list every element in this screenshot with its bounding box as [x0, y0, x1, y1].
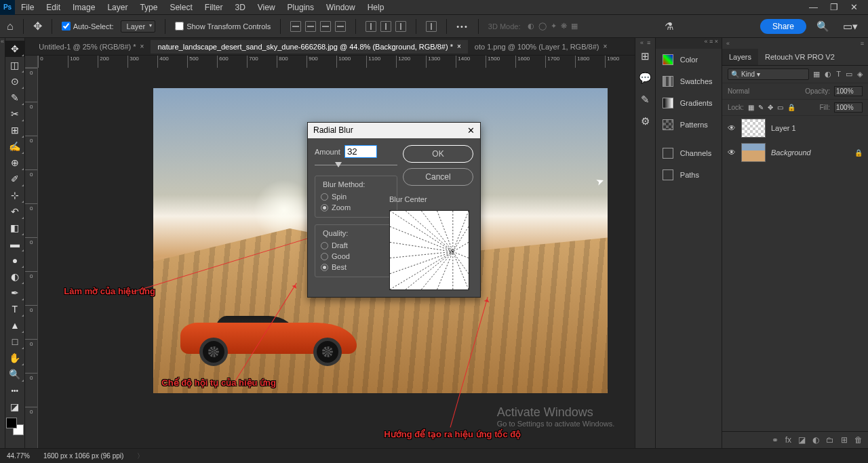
brush-tool[interactable]: ✐	[5, 171, 24, 187]
properties-icon[interactable]: ⊞	[641, 50, 650, 62]
color-swatches[interactable]	[6, 418, 24, 435]
tab-2[interactable]: oto 1.png @ 100% (Layer 1, RGB/8#)×	[468, 40, 614, 54]
healing-tool[interactable]: ⊕	[5, 155, 24, 171]
type-tool[interactable]: T	[5, 301, 24, 317]
layer-mask-icon[interactable]: ◪	[798, 435, 806, 445]
menu-select[interactable]: Select	[163, 1, 198, 14]
tab-close-icon[interactable]: ×	[603, 43, 607, 50]
menu-edit[interactable]: Edit	[40, 1, 66, 14]
menu-layer[interactable]: Layer	[101, 1, 134, 14]
panel-channels[interactable]: Channels	[656, 142, 722, 164]
workspace-icon[interactable]: ▭▾	[840, 20, 861, 33]
adjustments-icon[interactable]: ✎	[641, 94, 650, 106]
hand-tool[interactable]: ✋	[5, 350, 24, 366]
menu-file[interactable]: File	[15, 1, 40, 14]
radio-icon[interactable]	[321, 204, 328, 212]
filter-type-icon[interactable]: T	[836, 70, 841, 79]
history-brush-tool[interactable]: ↶	[5, 203, 24, 220]
radio-best[interactable]: Best	[321, 262, 391, 273]
panel-color[interactable]: Color	[656, 49, 722, 71]
eraser-tool[interactable]: ◧	[5, 220, 24, 236]
align-left-icon[interactable]	[290, 21, 301, 32]
delete-layer-icon[interactable]: 🗑	[854, 435, 863, 445]
blur-tool[interactable]: ●	[5, 252, 24, 268]
radio-icon[interactable]	[321, 253, 328, 260]
layer-filter-kind[interactable]: 🔍 Kind ▾	[728, 68, 809, 80]
amount-input[interactable]	[344, 145, 377, 158]
edit-toolbar[interactable]: •••	[5, 382, 24, 399]
blend-mode-select[interactable]: Normal	[728, 87, 801, 95]
cancel-button[interactable]: Cancel	[403, 168, 473, 186]
layer-thumbnail[interactable]	[741, 143, 766, 162]
crop-tool[interactable]: ✂	[5, 106, 24, 122]
filter-smart-icon[interactable]: ◈	[857, 70, 863, 79]
radio-icon[interactable]	[321, 193, 328, 201]
foreground-color[interactable]	[6, 418, 17, 428]
maximize-icon[interactable]: ❐	[830, 2, 838, 12]
align-top-icon[interactable]	[366, 21, 376, 32]
visibility-icon[interactable]: 👁	[728, 148, 736, 157]
layer-item-1[interactable]: 👁 Background 🔒	[722, 140, 868, 165]
menu-filter[interactable]: Filter	[199, 1, 229, 14]
align-right-icon[interactable]	[320, 21, 331, 32]
lock-transparent-icon[interactable]: ▦	[748, 104, 754, 111]
fill-input[interactable]	[834, 102, 863, 113]
tab-close-icon[interactable]: ×	[457, 43, 461, 50]
radio-spin[interactable]: Spin	[321, 191, 391, 202]
align-center-v-icon[interactable]	[380, 21, 391, 32]
tab-close-icon[interactable]: ×	[140, 43, 144, 50]
panel-menu-icon[interactable]: ≡	[709, 38, 713, 49]
more-options-icon[interactable]: •••	[456, 22, 469, 31]
show-transform-checkbox[interactable]: Show Transform Controls	[175, 22, 271, 31]
panel-gradients[interactable]: Gradients	[656, 92, 722, 114]
ruler-horizontal[interactable]: 0100200300400500600700800900100011001200…	[38, 56, 635, 68]
share-button[interactable]: Share	[760, 19, 806, 34]
doc-dims-status[interactable]: 1600 px x 1066 px (96 ppi)	[43, 452, 123, 460]
menu-help[interactable]: Help	[361, 1, 391, 14]
zoom-status[interactable]: 44.77%	[7, 452, 30, 460]
menu-window[interactable]: Window	[320, 1, 361, 14]
stamp-tool[interactable]: ⊹	[5, 187, 24, 203]
tab-1[interactable]: nature_landscape_desert_sand_sky_dune-66…	[151, 40, 467, 54]
filter-pixel-icon[interactable]: ▦	[813, 70, 820, 79]
group-icon[interactable]: 🗀	[826, 435, 834, 445]
opacity-input[interactable]	[834, 86, 863, 96]
panel-patterns[interactable]: Patterns	[656, 114, 722, 136]
shape-tool[interactable]: □	[5, 334, 24, 350]
dialog-titlebar[interactable]: Radial Blur ✕	[308, 123, 480, 138]
quick-mask-icon[interactable]: ◪	[5, 399, 24, 415]
lock-all-icon[interactable]: 🔒	[787, 104, 795, 111]
lock-paint-icon[interactable]: ✎	[758, 104, 764, 111]
auto-select-checkbox[interactable]: Auto-Select:	[62, 22, 114, 31]
libraries-icon[interactable]: ⚙	[641, 115, 650, 127]
radio-good[interactable]: Good	[321, 251, 391, 262]
ruler-vertical[interactable]: 00000000000	[25, 68, 38, 448]
layer-thumbnail[interactable]	[741, 119, 766, 138]
tab-retouch[interactable]: Retouch VR PRO V2	[758, 49, 842, 65]
flask-icon[interactable]: ⚗	[665, 20, 673, 33]
search-icon[interactable]: 🔍	[813, 20, 833, 33]
layer-item-0[interactable]: 👁 Layer 1	[722, 116, 868, 140]
move-tool-icon[interactable]: ✥	[33, 20, 42, 33]
layer-style-icon[interactable]: fx	[785, 435, 791, 445]
radio-icon[interactable]	[321, 264, 328, 271]
home-icon[interactable]: ⌂	[7, 20, 14, 33]
panel-collapse-icon[interactable]: «	[726, 40, 730, 47]
menu-view[interactable]: View	[252, 1, 281, 14]
link-layers-icon[interactable]: ⚭	[772, 435, 778, 445]
visibility-icon[interactable]: 👁	[728, 123, 736, 133]
close-icon[interactable]: ✕	[850, 2, 858, 12]
move-tool[interactable]: ✥	[5, 41, 24, 57]
path-selection-tool[interactable]: ▲	[5, 317, 24, 334]
align-bottom-icon[interactable]	[395, 21, 406, 32]
radio-draft[interactable]: Draft	[321, 240, 391, 251]
marquee-tool[interactable]: ◫	[5, 57, 24, 73]
eyedropper-tool[interactable]: ✍	[5, 138, 24, 155]
lock-position-icon[interactable]: ✥	[768, 104, 773, 111]
menu-plugins[interactable]: Plugins	[281, 1, 320, 14]
slider-thumb[interactable]	[335, 162, 342, 167]
filter-shape-icon[interactable]: ▭	[846, 70, 852, 79]
radio-icon[interactable]	[321, 242, 328, 249]
pen-tool[interactable]: ✒	[5, 285, 24, 301]
auto-select-target[interactable]: Layer	[121, 20, 156, 33]
